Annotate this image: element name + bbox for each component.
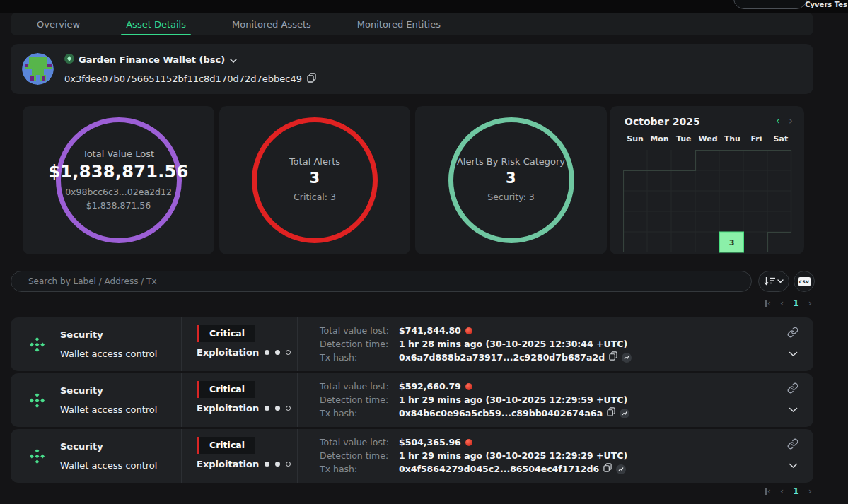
account-name: Cyvers Tes [805,1,847,8]
alert-row[interactable]: Security Wallet access control Critical … [11,373,813,427]
total-value-lost-card: Total Value Lost $1,838,871.56 0x98bcc6c… [23,106,214,254]
top-bar: Cyvers Tes [0,0,848,13]
bnb-chain-icon [28,447,47,466]
copy-tx-icon[interactable] [603,462,612,476]
vector-dot-hollow [286,350,291,355]
field-label-tx-hash: Tx hash: [320,406,399,420]
alert-category: Security [60,329,103,340]
divider [181,373,182,427]
expand-chevron-icon[interactable] [789,407,798,413]
alert-type: Wallet access control [60,460,157,471]
calendar-highlight-count: 3 [729,238,735,247]
dashboard-screen: Cyvers Tes Overview Asset Details Monito… [0,0,848,504]
copy-tx-icon[interactable] [609,351,617,364]
chevron-down-icon [777,279,784,283]
field-label-total-value-lost: Total value lost: [320,380,399,393]
next-page-icon[interactable]: › [808,486,812,496]
vector-dot-filled [265,406,269,411]
wallet-address: 0x3fdee07b0756651152bf11c8d170d72d7ebbec… [64,74,302,84]
tab-monitored-entities-label: Monitored Entities [357,19,441,30]
gauge-sub-amount: $1,838,871.56 [65,199,172,212]
tx-hash: 0x4f5864279d045c2...86504ec4f1712d6 [399,462,599,476]
gauge-title: Total Value Lost [83,148,154,159]
red-alert-dot-icon [465,327,472,334]
chain-token-icon [64,53,74,66]
search-input[interactable] [11,271,752,292]
chevron-down-icon[interactable] [229,53,238,66]
sort-button[interactable] [758,271,789,292]
csv-icon: CSV [798,277,811,286]
total-value-lost: $504,365.96 [399,435,461,449]
current-page[interactable]: 1 [793,486,799,496]
calendar-next-icon[interactable]: › [789,115,793,127]
current-page[interactable]: 1 [793,298,799,308]
vector-dot-hollow [286,406,291,411]
tx-hash: 0x6a7d888b2a73917...2c9280d7b687a2d [399,351,605,364]
next-page-icon[interactable]: › [808,298,812,307]
tab-overview-label: Overview [37,19,80,30]
pagination-top: ‹ ‹ 1 › [765,298,812,308]
export-csv-button[interactable]: CSV [794,271,815,292]
divider [297,373,298,427]
copy-tx-icon[interactable] [607,406,615,420]
calendar-month-outline [624,151,791,252]
day-header-wed: Wed [696,134,720,143]
alert-row[interactable]: Security Wallet access control Critical … [11,429,813,483]
gauge-value: $1,838,871.56 [48,162,188,182]
calendar-grid: 3 [623,150,793,254]
vector-dot-filled [265,350,269,355]
calendar-prev-icon[interactable]: ‹ [776,115,780,127]
tab-asset-details-label: Asset Details [126,19,186,30]
sort-icon [764,276,776,286]
alerts-by-risk-card: Alerts By Risk Category 3 Security: 3 [415,106,607,254]
alert-category: Security [60,441,103,452]
detection-time: 1 hr 28 mins ago (30-10-2025 12:30:44 +U… [399,337,632,351]
day-header-sat: Sat [769,134,793,143]
prev-page-icon[interactable]: ‹ [780,298,784,307]
expand-chevron-icon[interactable] [789,351,798,357]
divider [297,429,298,483]
account-pill-button[interactable] [733,0,807,9]
prev-page-icon[interactable]: ‹ [780,486,784,496]
field-label-tx-hash: Tx hash: [320,351,399,364]
tab-monitored-assets[interactable]: Monitored Assets [232,13,311,35]
total-value-lost-gauge: Total Value Lost $1,838,871.56 0x98bcc6c… [56,117,182,243]
first-page-icon[interactable]: ‹ [765,298,771,307]
link-icon[interactable] [787,327,798,338]
total-value-lost: $592,660.79 [399,380,461,393]
copy-address-icon[interactable] [307,72,316,86]
gauge-title: Alerts By Risk Category [457,156,565,167]
wallet-name: Garden Finance Wallet (bsc) [79,54,225,65]
calendar-month-title: October 2025 [625,116,700,127]
day-header-tue: Tue [672,134,696,143]
expand-chevron-icon[interactable] [789,463,798,469]
wallet-header-card: Garden Finance Wallet (bsc) 0x3fdee07b07… [11,44,813,94]
explorer-icon[interactable] [616,464,626,474]
link-icon[interactable] [787,382,798,394]
detection-time: 1 hr 29 mins ago (30-10-2025 12:29:29 +U… [399,449,627,462]
tab-monitored-entities[interactable]: Monitored Entities [357,13,441,35]
link-icon[interactable] [787,438,798,450]
tab-overview[interactable]: Overview [37,13,80,35]
tab-monitored-assets-label: Monitored Assets [232,19,311,30]
explorer-icon[interactable] [620,409,629,418]
tab-asset-details[interactable]: Asset Details [126,13,186,35]
gauge-subtext: 0x98bcc6c3...02ea2d12 $1,838,871.56 [65,186,172,211]
field-label-total-value-lost: Total value lost: [320,324,399,337]
tx-hash: 0x84b6c0e96a5cb59...c89bb0402674a6a [399,406,603,420]
wallet-avatar [22,53,54,85]
severity-badge: Critical [197,325,255,342]
explorer-icon[interactable] [622,353,632,363]
day-header-mon: Mon [647,134,671,143]
attack-vector: Exploitation [197,347,259,358]
alert-type: Wallet access control [60,404,157,415]
field-label-detection-time: Detection time: [320,337,399,351]
alert-row[interactable]: Security Wallet access control Critical … [11,317,813,371]
calendar-highlight-cell[interactable]: 3 [720,232,744,252]
calendar-card: October 2025 ‹ › Sun Mon Tue Wed Thu Fri… [610,106,804,254]
first-page-icon[interactable]: ‹ [765,486,771,496]
total-alerts-gauge: Total Alerts 3 Critical: 3 [252,117,378,243]
gauge-subtext: Security: 3 [487,191,535,204]
severity-badge: Critical [197,381,255,398]
detection-time: 1 hr 29 mins ago (30-10-2025 12:29:59 +U… [399,393,629,406]
